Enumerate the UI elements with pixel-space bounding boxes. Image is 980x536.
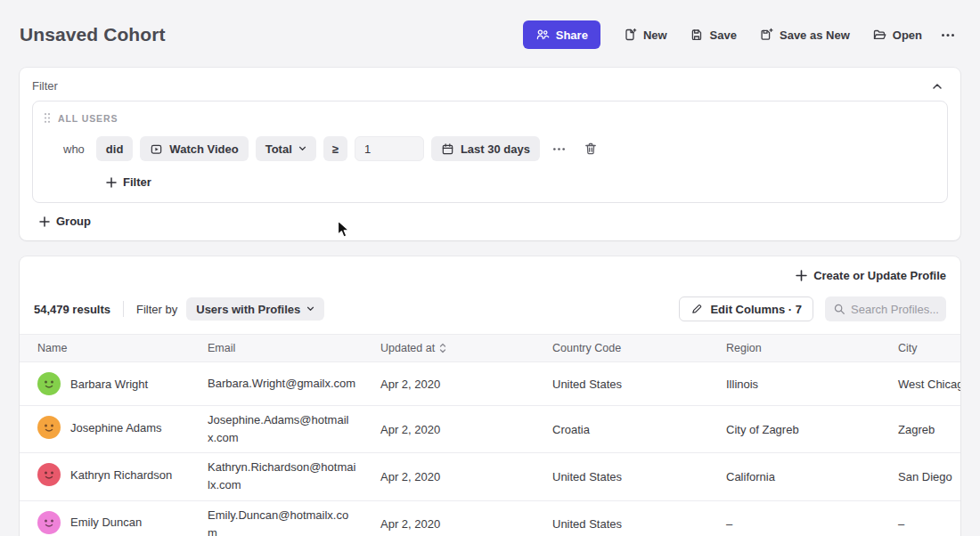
share-label: Share [556,29,588,41]
column-label: Updated at [380,342,435,354]
profile-name: Josephine Adams [70,421,162,434]
aggregation-label: Total [265,143,292,155]
create-or-update-profile-label: Create or Update Profile [813,269,946,282]
profile-updated-at-cell: Apr 2, 2020 [363,453,535,500]
who-label: who [63,142,85,156]
open-label: Open [893,29,922,41]
profile-email-cell: Emily.Duncan@hotmailx.com [190,500,363,536]
create-or-update-profile-button[interactable]: Create or Update Profile [796,269,946,282]
edit-columns-button[interactable]: Edit Columns · 7 [679,296,813,321]
event-label: Watch Video [169,143,238,155]
plus-icon [796,270,807,281]
condition-more-button[interactable] [547,142,571,156]
profile-email-cell: Kathryn.Richardson@hotmailx.com [190,453,363,500]
save-as-new-button[interactable]: Save as New [750,21,859,48]
trash-icon [584,142,598,156]
date-range-label: Last 30 days [461,143,530,155]
aggregation-dropdown[interactable]: Total [256,136,316,161]
add-filter-button[interactable]: Filter [106,175,151,189]
chevron-down-icon [298,146,306,151]
new-document-icon [623,28,637,42]
profile-updated-at-cell: Apr 2, 2020 [363,406,535,453]
save-button[interactable]: Save [681,21,746,48]
profile-country-code-cell: United States [535,500,708,536]
operator-button[interactable]: ≥ [323,136,347,161]
page-title: Unsaved Cohort [20,24,166,45]
avatar-face-icon [37,416,61,439]
date-range-button[interactable]: Last 30 days [431,136,540,161]
edit-columns-label: Edit Columns · 7 [710,303,802,316]
filter-panel-title: Filter [32,79,58,93]
new-button[interactable]: New [614,21,676,48]
profiles-table: Name Email Updated at [20,334,960,536]
profile-name-cell: Emily Duncan [20,501,190,536]
chevron-up-icon [932,83,943,90]
filter-group: ALL USERS who did Watch Video Total [32,101,948,203]
column-header-updated-at[interactable]: Updated at [363,335,535,362]
profile-region-cell: California [708,453,880,500]
add-group-button[interactable]: Group [39,215,91,228]
profile-email-cell: Barbara.Wright@gmailx.com [190,362,363,406]
drag-handle-icon[interactable] [44,112,51,124]
column-label: City [898,342,918,354]
avatar [37,463,61,486]
filter-by-label: Filter by [136,303,177,316]
profile-region-cell: City of Zagreb [708,406,880,453]
table-header-row: Name Email Updated at [20,335,960,362]
ellipsis-icon [941,33,955,37]
avatar-face-icon [37,463,61,486]
open-button[interactable]: Open [863,21,931,48]
add-group-label: Group [56,215,91,228]
ellipsis-icon [552,147,566,151]
event-select-button[interactable]: Watch Video [140,136,248,161]
collapse-filter-button[interactable] [928,81,946,92]
page-header: Unsaved Cohort Share [20,0,960,68]
more-options-button[interactable] [935,26,960,45]
column-header-city[interactable]: City [880,335,960,362]
results-count: 54,479 results [34,303,110,316]
column-label: Email [208,342,235,354]
profile-name: Emily Duncan [70,516,142,529]
column-header-country-code[interactable]: Country Code [535,335,708,362]
save-label: Save [710,29,737,41]
profile-city-cell: San Diego [880,453,960,500]
profile-country-code-cell: United States [535,362,708,406]
search-profiles-input[interactable] [851,303,938,316]
delete-condition-button[interactable] [578,137,603,160]
profiles-toolbar: 54,479 results Filter by Users with Prof… [20,288,960,334]
save-as-new-label: Save as New [780,29,850,41]
table-row[interactable]: Barbara WrightBarbara.Wright@gmailx.comA… [20,362,960,406]
profile-city-cell: – [880,500,960,536]
column-header-email[interactable]: Email [190,335,363,362]
profile-name-cell: Barbara Wright [20,362,190,405]
share-button[interactable]: Share [523,20,600,49]
profiles-filter-dropdown[interactable]: Users with Profiles [186,297,324,321]
column-header-region[interactable]: Region [708,335,880,362]
profile-region-cell: Illinois [708,362,880,406]
chevron-down-icon [306,306,314,312]
profiles-panel: Create or Update Profile 54,479 results … [20,256,960,536]
did-toggle-button[interactable]: did [96,136,134,161]
table-row[interactable]: Emily DuncanEmily.Duncan@hotmailx.comApr… [20,500,960,536]
avatar [37,416,61,439]
table-row[interactable]: Josephine AdamsJosephine.Adams@hotmailx.… [20,406,960,453]
table-body: Barbara WrightBarbara.Wright@gmailx.comA… [20,362,960,536]
profile-updated-at-cell: Apr 2, 2020 [363,500,535,536]
column-header-name[interactable]: Name [20,335,190,362]
avatar-face-icon [37,372,61,395]
profile-region-cell: – [708,500,880,536]
profile-name: Barbara Wright [70,378,148,391]
table-row[interactable]: Kathryn RichardsonKathryn.Richardson@hot… [20,453,960,500]
share-icon [535,28,550,42]
add-filter-label: Filter [123,175,151,189]
value-input[interactable] [355,136,424,161]
pencil-icon [690,303,703,315]
profile-email-cell: Josephine.Adams@hotmailx.com [190,406,363,453]
profile-city-cell: Zagreb [880,406,960,453]
avatar [37,511,61,534]
save-icon [690,28,704,42]
plus-icon [106,177,117,188]
profile-name: Kathryn Richardson [70,468,172,482]
new-label: New [643,29,667,41]
avatar-face-icon [37,511,61,534]
